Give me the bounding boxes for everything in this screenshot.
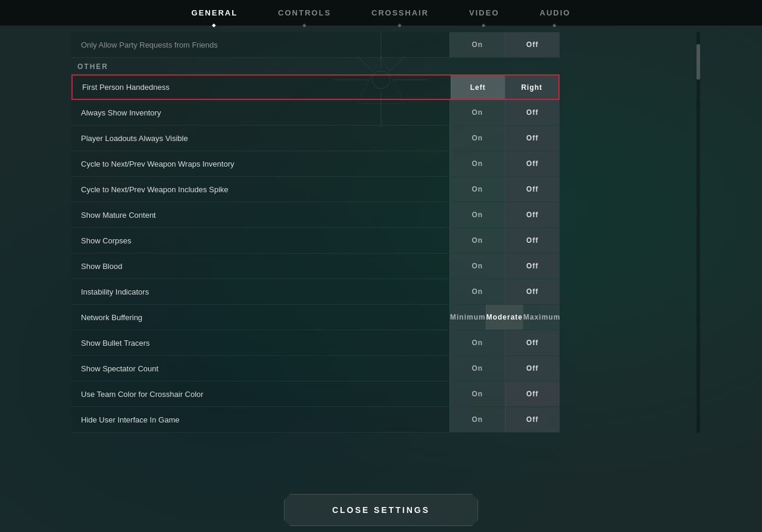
options-handedness: Left Right bbox=[451, 76, 558, 99]
party-requests-on[interactable]: On bbox=[449, 32, 505, 57]
label-show-inventory: Always Show Inventory bbox=[71, 100, 449, 125]
scrollbar-thumb[interactable] bbox=[697, 44, 700, 80]
tab-video[interactable]: VIDEO bbox=[467, 8, 501, 17]
label-cycle-spike: Cycle to Next/Prev Weapon Includes Spike bbox=[71, 177, 449, 202]
options-cycle-wraps: On Off bbox=[449, 151, 560, 176]
tab-crosshair[interactable]: CROSSHAIR bbox=[369, 8, 431, 17]
network-maximum[interactable]: Maximum bbox=[523, 305, 560, 330]
label-show-blood: Show Blood bbox=[71, 254, 449, 278]
team-color-on[interactable]: On bbox=[449, 381, 505, 406]
label-network-buffering: Network Buffering bbox=[71, 305, 449, 330]
mature-content-off[interactable]: Off bbox=[505, 202, 560, 227]
row-show-corpses: Show Corpses On Off bbox=[71, 228, 560, 254]
tab-general[interactable]: GENERAL bbox=[189, 8, 241, 17]
spectator-count-on[interactable]: On bbox=[449, 356, 505, 381]
handedness-left[interactable]: Left bbox=[451, 76, 505, 99]
row-team-color-crosshair: Use Team Color for Crosshair Color On Of… bbox=[71, 381, 560, 407]
hide-ui-on[interactable]: On bbox=[449, 407, 505, 432]
row-hide-ui: Hide User Interface In Game On Off bbox=[71, 407, 560, 433]
options-hide-ui: On Off bbox=[449, 407, 560, 432]
label-team-color-crosshair: Use Team Color for Crosshair Color bbox=[71, 381, 449, 406]
row-cycle-wraps: Cycle to Next/Prev Weapon Wraps Inventor… bbox=[71, 151, 560, 177]
options-instability: On Off bbox=[449, 279, 560, 304]
options-show-corpses: On Off bbox=[449, 228, 560, 253]
label-player-loadouts: Player Loadouts Always Visible bbox=[71, 126, 449, 151]
label-instability: Instability Indicators bbox=[71, 279, 449, 304]
row-bullet-tracers: Show Bullet Tracers On Off bbox=[71, 330, 560, 356]
nav-bar: GENERAL CONTROLS CROSSHAIR VIDEO AUDIO bbox=[0, 0, 762, 26]
label-party-requests: Only Allow Party Requests from Friends bbox=[71, 32, 449, 57]
row-network-buffering: Network Buffering Minimum Moderate Maxim… bbox=[71, 305, 560, 330]
mature-content-on[interactable]: On bbox=[449, 202, 505, 227]
options-network-buffering: Minimum Moderate Maximum bbox=[449, 305, 560, 330]
party-requests-off[interactable]: Off bbox=[505, 32, 560, 57]
scrollbar-track[interactable] bbox=[697, 32, 700, 433]
show-inventory-on[interactable]: On bbox=[449, 100, 505, 125]
options-spectator-count: On Off bbox=[449, 356, 560, 381]
settings-panel-wrapper: Only Allow Party Requests from Friends O… bbox=[71, 32, 691, 433]
handedness-right[interactable]: Right bbox=[505, 76, 559, 99]
options-show-inventory: On Off bbox=[449, 100, 560, 125]
row-instability: Instability Indicators On Off bbox=[71, 279, 560, 305]
show-inventory-off[interactable]: Off bbox=[505, 100, 560, 125]
label-cycle-wraps: Cycle to Next/Prev Weapon Wraps Inventor… bbox=[71, 151, 449, 176]
cycle-spike-off[interactable]: Off bbox=[505, 177, 560, 202]
bullet-tracers-on[interactable]: On bbox=[449, 330, 505, 355]
instability-on[interactable]: On bbox=[449, 279, 505, 304]
label-bullet-tracers: Show Bullet Tracers bbox=[71, 330, 449, 355]
settings-panel: Only Allow Party Requests from Friends O… bbox=[71, 32, 560, 433]
label-spectator-count: Show Spectator Count bbox=[71, 356, 449, 381]
options-team-color-crosshair: On Off bbox=[449, 381, 560, 406]
cycle-wraps-on[interactable]: On bbox=[449, 151, 505, 176]
show-blood-off[interactable]: Off bbox=[505, 254, 560, 278]
options-mature-content: On Off bbox=[449, 202, 560, 227]
row-spectator-count: Show Spectator Count On Off bbox=[71, 356, 560, 381]
network-moderate[interactable]: Moderate bbox=[486, 305, 523, 330]
options-bullet-tracers: On Off bbox=[449, 330, 560, 355]
close-settings-button[interactable]: CLOSE SETTINGS bbox=[284, 494, 478, 526]
bullet-tracers-off[interactable]: Off bbox=[505, 330, 560, 355]
options-show-blood: On Off bbox=[449, 254, 560, 278]
cycle-spike-on[interactable]: On bbox=[449, 177, 505, 202]
label-show-corpses: Show Corpses bbox=[71, 228, 449, 253]
tab-audio[interactable]: AUDIO bbox=[538, 8, 573, 17]
row-party-requests: Only Allow Party Requests from Friends O… bbox=[71, 32, 560, 58]
options-party-requests: On Off bbox=[449, 32, 560, 57]
close-button-container: CLOSE SETTINGS bbox=[284, 494, 478, 532]
label-mature-content: Show Mature Content bbox=[71, 202, 449, 227]
settings-scroll[interactable]: Only Allow Party Requests from Friends O… bbox=[71, 32, 560, 433]
tab-controls[interactable]: CONTROLS bbox=[276, 8, 333, 17]
spectator-count-off[interactable]: Off bbox=[505, 356, 560, 381]
show-blood-on[interactable]: On bbox=[449, 254, 505, 278]
label-hide-ui: Hide User Interface In Game bbox=[71, 407, 449, 432]
options-player-loadouts: On Off bbox=[449, 126, 560, 151]
row-cycle-spike: Cycle to Next/Prev Weapon Includes Spike… bbox=[71, 177, 560, 202]
row-mature-content: Show Mature Content On Off bbox=[71, 202, 560, 228]
section-header-other: OTHER bbox=[71, 58, 560, 74]
network-minimum[interactable]: Minimum bbox=[449, 305, 486, 330]
cycle-wraps-off[interactable]: Off bbox=[505, 151, 560, 176]
hide-ui-off[interactable]: Off bbox=[505, 407, 560, 432]
player-loadouts-off[interactable]: Off bbox=[505, 126, 560, 151]
label-handedness: First Person Handedness bbox=[73, 76, 451, 99]
row-show-blood: Show Blood On Off bbox=[71, 254, 560, 279]
instability-off[interactable]: Off bbox=[505, 279, 560, 304]
show-corpses-off[interactable]: Off bbox=[505, 228, 560, 253]
row-player-loadouts: Player Loadouts Always Visible On Off bbox=[71, 126, 560, 151]
options-cycle-spike: On Off bbox=[449, 177, 560, 202]
main-content: Only Allow Party Requests from Friends O… bbox=[0, 26, 762, 532]
player-loadouts-on[interactable]: On bbox=[449, 126, 505, 151]
row-show-inventory: Always Show Inventory On Off bbox=[71, 100, 560, 126]
row-handedness: First Person Handedness Left Right bbox=[71, 74, 560, 100]
team-color-off[interactable]: Off bbox=[505, 381, 560, 406]
show-corpses-on[interactable]: On bbox=[449, 228, 505, 253]
